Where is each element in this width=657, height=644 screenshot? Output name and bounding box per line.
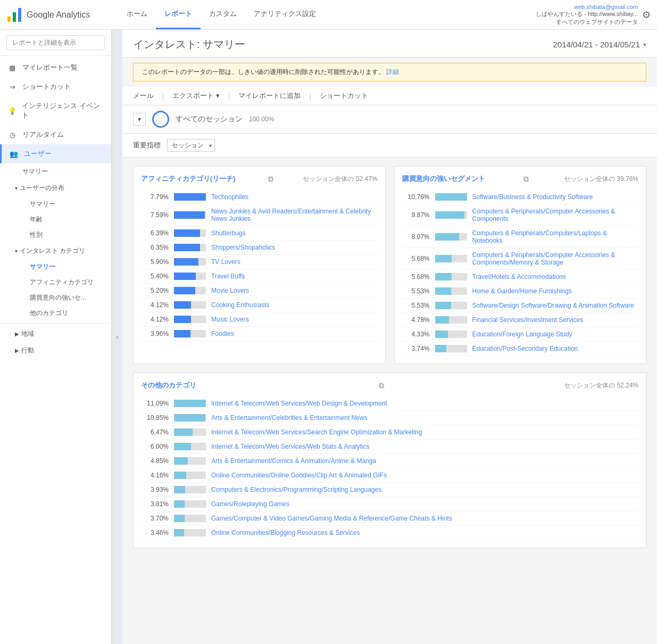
sidebar-sub-other[interactable]: 他のカテゴリ (0, 306, 111, 321)
data-label[interactable]: Financial Services/Investment Services (472, 316, 639, 324)
table-row: 4.33%Education/Foreign Language Study (402, 327, 639, 342)
data-label[interactable]: Foodies (211, 330, 378, 337)
data-label[interactable]: Arts & Entertainment/Celebrities & Enter… (211, 414, 638, 422)
nav-report[interactable]: レポート (156, 0, 201, 29)
data-percent: 5.90% (141, 258, 169, 266)
warning-detail-link[interactable]: 詳細 (386, 68, 399, 76)
sidebar-item-realtime[interactable]: ◷ リアルタイム (0, 125, 111, 144)
data-label[interactable]: Internet & Telecom/Web Services/Search E… (211, 428, 638, 436)
other-card-title: その他のカテゴリ (141, 381, 196, 390)
data-label[interactable]: Online Communities/Blogging Resources & … (211, 529, 638, 536)
data-label[interactable]: TV Lovers (211, 258, 378, 266)
bar-background (174, 428, 206, 436)
user-email[interactable]: web.shibata@gmail.com (574, 4, 638, 10)
data-percent: 4.78% (402, 316, 430, 324)
segment-toggle[interactable]: ▾ (133, 113, 146, 126)
data-percent: 6.39% (141, 229, 169, 237)
mail-button[interactable]: メール (133, 91, 154, 101)
sidebar-sub-gender[interactable]: 性別 (0, 227, 111, 243)
data-label[interactable]: Travel/Hotels & Accommodations (472, 273, 639, 280)
user-scope: すべてのウェブサイトのデータ (556, 18, 638, 26)
other-card-icon[interactable]: ⧉ (379, 381, 384, 390)
data-percent: 5.68% (402, 255, 430, 262)
table-row: 5.53%Software/Design Software/Drawing & … (402, 299, 639, 313)
bar-fill (435, 233, 459, 241)
bar-fill (174, 330, 190, 337)
sidebar-sub-affinity[interactable]: アフィニティカテゴリ (0, 275, 111, 290)
sidebar-item-myreports[interactable]: ▦ マイレポート一覧 (0, 58, 111, 77)
sidebar-item-intelligence[interactable]: 💡 インテリジェンス イベント (0, 96, 111, 125)
data-label[interactable]: Computers & Peripherals/Computer Accesso… (472, 251, 639, 266)
data-percent: 4.33% (402, 331, 430, 338)
sidebar-sub-summary-top[interactable]: サマリー (0, 163, 111, 180)
data-label[interactable]: Education/Post-Secondary Education (472, 345, 639, 352)
date-range[interactable]: 2014/04/21 - 2014/05/21 ▾ (553, 40, 646, 49)
analytics-logo-icon (6, 7, 22, 23)
sidebar-sub-interest-summary[interactable]: サマリー (0, 259, 111, 275)
sidebar-item-users[interactable]: 👥 ユーザー (0, 144, 111, 163)
add-report-button[interactable]: マイレポートに追加 (238, 91, 301, 101)
sidebar-item-behavior[interactable]: ▶行動 (0, 342, 111, 359)
nav-custom[interactable]: カスタム (201, 0, 245, 29)
table-row: 4.12%Music Lovers (141, 312, 378, 327)
table-row: 3.93%Computers & Electronics/Programming… (141, 483, 638, 497)
data-label[interactable]: Online Communities/Online Goodies/Clip A… (211, 472, 638, 479)
data-label[interactable]: Computers & Peripherals/Computer Accesso… (472, 208, 639, 222)
data-label[interactable]: Shoppers/Shopaholics (211, 244, 378, 251)
bar-fill (174, 287, 195, 294)
data-label[interactable]: Shutterbugs (211, 229, 378, 237)
data-percent: 3.96% (141, 330, 169, 337)
affinity-rows: 7.79%Technophiles7.59%News Junkies & Avi… (141, 190, 378, 341)
data-label[interactable]: Arts & Entertainment/Comics & Animation/… (211, 457, 638, 465)
nav-home[interactable]: ホーム (118, 0, 156, 29)
data-label[interactable]: Travel Buffs (211, 273, 378, 280)
charts-row: アフィニティカテゴリ(リーチ) ⧉ セッション全体の 52.47% 7.79%T… (133, 166, 646, 364)
metric-select[interactable]: セッション (167, 139, 215, 152)
data-label[interactable]: Software/Business & Productivity Softwar… (472, 193, 639, 201)
sidebar-sub-purchase[interactable]: 購買意向の強いセ... (0, 290, 111, 306)
bar-background (174, 414, 206, 422)
data-label[interactable]: Computers & Peripherals/Computers/Laptop… (472, 229, 639, 244)
bar-fill (435, 255, 452, 262)
purchase-card-icon[interactable]: ⧉ (523, 175, 529, 184)
bar-wrapper (174, 229, 206, 237)
data-label[interactable]: Internet & Telecom/Web Services/Web Desi… (211, 400, 638, 407)
data-label[interactable]: Education/Foreign Language Study (472, 331, 639, 338)
sidebar-item-region[interactable]: ▶地域 (0, 326, 111, 342)
bar-fill (174, 193, 206, 201)
sidebar-sub-summary-dist[interactable]: サマリー (0, 196, 111, 212)
data-label[interactable]: Computers & Electronics/Programming/Scri… (211, 486, 638, 493)
other-rows: 11.09%Internet & Telecom/Web Services/We… (141, 397, 638, 540)
bar-background (435, 345, 467, 352)
table-row: 4.16%Online Communities/Online Goodies/C… (141, 468, 638, 483)
sidebar-section-main: ▦ マイレポート一覧 ⇒ ショートカット 💡 インテリジェンス イベント ◷ リ… (0, 56, 111, 361)
data-label[interactable]: Software/Design Software/Drawing & Anima… (472, 302, 639, 309)
data-label[interactable]: Games/Roleplaying Games (211, 500, 638, 508)
data-label[interactable]: Games/Computer & Video Games/Gaming Medi… (211, 515, 638, 522)
data-label[interactable]: News Junkies & Avid Readers/Entertainmen… (211, 208, 378, 222)
sidebar-group-interest[interactable]: ▾インタレスト カテゴリ (0, 243, 111, 259)
settings-icon[interactable]: ⚙ (642, 9, 651, 21)
data-percent: 10.85% (141, 414, 169, 422)
data-percent: 5.53% (402, 287, 430, 295)
data-label[interactable]: Music Lovers (211, 316, 378, 323)
sidebar-item-shortcuts[interactable]: ⇒ ショートカット (0, 77, 111, 96)
bar-fill (174, 529, 184, 536)
table-row: 5.40%Travel Buffs (141, 269, 378, 284)
data-label[interactable]: Internet & Telecom/Web Services/Web Stat… (211, 443, 638, 450)
data-label[interactable]: Movie Lovers (211, 287, 378, 294)
data-label[interactable]: Technophiles (211, 193, 378, 201)
shortcut-button[interactable]: ショートカット (320, 91, 368, 101)
data-label[interactable]: Cooking Enthusiasts (211, 301, 378, 309)
bar-wrapper (174, 500, 206, 508)
segment-icon (152, 111, 169, 128)
data-percent: 4.85% (141, 457, 169, 465)
export-button[interactable]: エクスポート ▾ (172, 91, 220, 101)
sidebar-group-distribution[interactable]: ▾ユーザーの分布 (0, 180, 111, 196)
data-label[interactable]: Home & Garden/Home Furnishings (472, 287, 639, 295)
sidebar-sub-age[interactable]: 年齢 (0, 212, 111, 227)
search-input[interactable] (6, 35, 105, 50)
affinity-card-icon[interactable]: ⧉ (268, 175, 273, 184)
nav-settings[interactable]: アナリティクス設定 (245, 0, 325, 29)
sidebar-collapse-button[interactable]: ‹ (112, 30, 122, 644)
